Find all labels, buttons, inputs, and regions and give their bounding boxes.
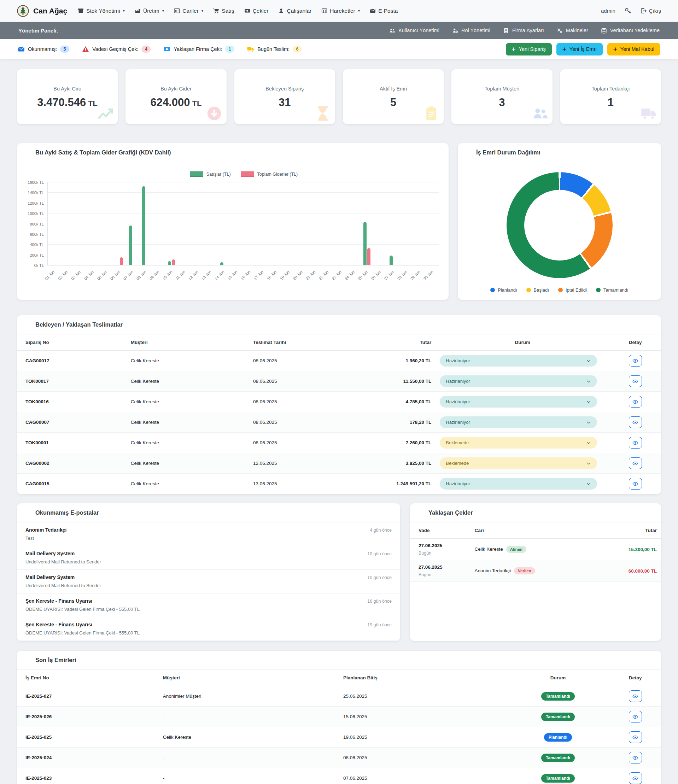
- checks-card: Yaklaşan Çekler VadeCariTutar 27.06.2025…: [410, 503, 661, 641]
- detail-button[interactable]: [629, 731, 642, 743]
- detail-button[interactable]: [629, 375, 642, 387]
- detail-button[interactable]: [629, 457, 642, 469]
- nav-item-satis[interactable]: Satış: [213, 8, 234, 14]
- planned-end-date: 08.06.2025: [339, 748, 507, 768]
- main-content: Bu Ayki Ciro 3.470.546TL Bu Ayki Gider 6…: [0, 59, 678, 784]
- stat-card-aktif-is-emri: Aktif İş Emri 5: [343, 69, 444, 124]
- sales-chart-header: Bu Ayki Satış & Toplam Gider Grafiği (KD…: [17, 143, 449, 162]
- email-item-4[interactable]: Şen Kereste - Finans Uyarısı 16 gün önce…: [17, 593, 400, 617]
- yeni-mal-kabul-button[interactable]: + Yeni Mal Kabul: [607, 43, 660, 56]
- bar-chart-icon: [25, 149, 31, 156]
- factory-icon: [25, 657, 31, 663]
- yeni-is-emri-button[interactable]: + Yeni İş Emri: [557, 43, 603, 56]
- work-order-no: IE-2025-023: [17, 768, 159, 784]
- x-tick-label: 01 Jun: [44, 270, 56, 281]
- email-subject: Undelivered Mail Returned to Sender: [25, 583, 392, 588]
- y-tick-label: 200k TL: [30, 253, 44, 257]
- nav-item-cariler[interactable]: Cariler ▾: [174, 8, 203, 14]
- stat-label: Toplam Müşteri: [485, 86, 519, 92]
- yeni-siparis-button[interactable]: + Yeni Sipariş: [506, 43, 552, 56]
- email-item-2[interactable]: Mail Delivery System 10 gün önce Undeliv…: [17, 546, 400, 570]
- user-menu[interactable]: admin: [592, 8, 616, 14]
- status-select[interactable]: Hazirlaniyor: [440, 478, 597, 490]
- status-select[interactable]: Hazirlaniyor: [440, 375, 597, 387]
- detail-button[interactable]: [629, 711, 642, 722]
- detail-button[interactable]: [629, 478, 642, 490]
- status-select[interactable]: Hazirlaniyor: [440, 416, 597, 428]
- x-tick-label: 06 Jun: [109, 270, 121, 281]
- sales-chart-body: Satışlar (TL) Toplam Giderler (TL) 0k TL…: [17, 162, 449, 288]
- email-item-3[interactable]: Mail Delivery System 10 gün önce Undeliv…: [17, 570, 400, 593]
- customer: Anonimler Müşteri: [159, 686, 339, 706]
- detail-button[interactable]: [629, 355, 642, 367]
- amount: 1.960,20 TL: [378, 351, 435, 371]
- status-select[interactable]: Hazirlaniyor: [440, 355, 597, 367]
- admin-link-makineler[interactable]: Makineler: [557, 28, 588, 34]
- brand-logo-icon: [17, 5, 29, 17]
- cart-icon: [213, 8, 219, 14]
- legend-dot: [490, 288, 495, 292]
- amount: 1.249.591,20 TL: [378, 474, 435, 494]
- status-cell: Hazirlaniyor: [435, 474, 610, 494]
- email-item-1[interactable]: Anonim Tedarikçi 4 gün önce Test: [17, 523, 400, 546]
- bar-satis-14-jun: [220, 262, 223, 265]
- detail-button[interactable]: [629, 690, 642, 702]
- col-musteri: Müşteri: [159, 670, 339, 686]
- detail-button[interactable]: [629, 437, 642, 448]
- eye-icon: [632, 440, 638, 446]
- admin-link-kullanici-yonetimi[interactable]: Kullanıcı Yönetimi: [389, 28, 439, 34]
- x-tick-label: 02 Jun: [57, 270, 68, 281]
- bar-gider-25-jun: [367, 248, 370, 265]
- status-select[interactable]: Beklemede: [440, 437, 597, 448]
- admin-link-rol-yonetimi[interactable]: Rol Yönetimi: [452, 28, 490, 34]
- eye-icon: [632, 755, 638, 761]
- order-no: CAG00007: [17, 412, 126, 432]
- gridline: [48, 224, 439, 224]
- status-select[interactable]: Beklemede: [440, 457, 597, 469]
- eye-icon: [632, 460, 638, 466]
- nav-item-calisanlar[interactable]: Çalışanlar: [278, 8, 311, 14]
- count-badge: 1: [225, 46, 234, 53]
- eye-icon: [632, 714, 638, 720]
- nav-item-uretim[interactable]: Üretim ▾: [135, 8, 164, 14]
- chevron-down-icon: [586, 481, 591, 486]
- donut-legend-iptal-edildi: İptal Edildi: [558, 287, 587, 292]
- admin-link-veritabani-yedekleme[interactable]: Veritabanı Yedekleme: [601, 28, 659, 34]
- work-order-row-ie-2025-023: IE-2025-023 - 07.06.2025 Tamamlandı: [17, 768, 661, 784]
- deliveries-header: Bekleyen / Yaklaşan Teslimatlar: [17, 315, 661, 334]
- arrow-down-circle-icon: [207, 106, 222, 121]
- status-select[interactable]: Hazirlaniyor: [440, 396, 597, 408]
- user-name: admin: [601, 8, 616, 14]
- email-item-5[interactable]: Şen Kereste - Finans Uyarısı 19 gün önce…: [17, 617, 400, 641]
- gridline: [48, 234, 439, 234]
- truck-icon: [641, 106, 656, 121]
- detail-cell: [610, 768, 661, 784]
- stat-label: Toplam Tedarikçi: [591, 86, 630, 92]
- nav-item-hareketler[interactable]: Hareketler ▾: [321, 8, 360, 14]
- nav-item-e-posta[interactable]: E-Posta: [370, 8, 398, 14]
- chevron-down-icon: [586, 358, 591, 363]
- x-tick-label: 05 Jun: [96, 270, 107, 281]
- nav-item-cekler[interactable]: Çekler: [244, 8, 269, 14]
- delivery-date: 08.06.2025: [249, 351, 378, 371]
- col-durum: Durum: [507, 670, 610, 686]
- logout-button[interactable]: Çıkış: [641, 8, 661, 14]
- detail-button[interactable]: [629, 772, 642, 784]
- bar-satis-25-jun: [363, 222, 367, 265]
- nav-menu: Stok Yönetimi ▾ Üretim ▾ Cariler ▾ Satış…: [78, 8, 398, 14]
- email-subject: ÖDEME UYARISI: Vadesi Gelen Firma Çeki -…: [25, 630, 392, 636]
- y-tick-label: 600k TL: [30, 232, 44, 236]
- admin-link-firma-ayarlari[interactable]: Firma Ayarları: [503, 28, 544, 34]
- email-time: 10 gün önce: [367, 575, 392, 580]
- nav-item-stok-yonetimi[interactable]: Stok Yönetimi ▾: [78, 8, 125, 14]
- donut-chart-title: İş Emri Durum Dağılımı: [476, 149, 541, 156]
- admin-panel-bar: Yönetim Paneli: Kullanıcı Yönetimi Rol Y…: [0, 22, 678, 39]
- email-subject: Test: [25, 535, 392, 541]
- detail-button[interactable]: [629, 396, 642, 408]
- key-icon[interactable]: [625, 8, 631, 14]
- x-tick-label: 08 Jun: [135, 270, 147, 281]
- customer: Celik Kereste: [126, 351, 249, 371]
- detail-cell: [610, 748, 661, 768]
- detail-button[interactable]: [629, 416, 642, 428]
- detail-button[interactable]: [629, 752, 642, 764]
